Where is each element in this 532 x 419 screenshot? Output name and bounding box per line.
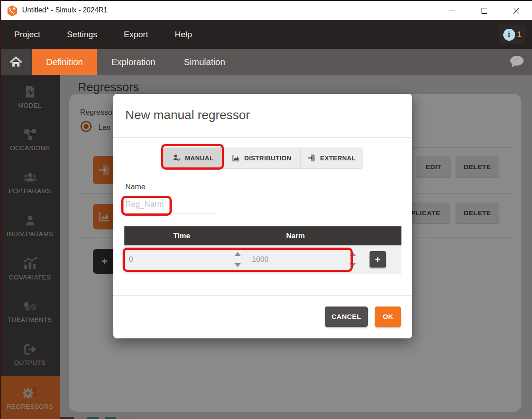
menu-export[interactable]: Export [124, 30, 148, 39]
tab-external[interactable]: EXTERNAL [301, 147, 363, 168]
step-down-icon [350, 263, 356, 267]
chat-bubble-icon [508, 54, 525, 70]
manual-person-icon [173, 154, 181, 162]
titlebar: Untitled* - Simulx - 2024R1 [0, 0, 532, 20]
regressor-values-table: Time Narm + [124, 226, 401, 274]
add-row-button[interactable]: + [370, 251, 386, 268]
narm-value-input[interactable] [252, 252, 347, 268]
close-icon [513, 8, 520, 14]
dialog-title: New manual regressor [125, 108, 250, 122]
dialog-footer-divider [113, 295, 412, 296]
feedback-chat-button[interactable] [508, 54, 525, 71]
name-field-label: Name [125, 182, 145, 191]
simulx-logo-icon [6, 5, 18, 17]
cancel-button[interactable]: CANCEL [325, 306, 368, 327]
regressor-name-input[interactable] [125, 196, 217, 213]
menubar: Project Settings Export Help i 1 [0, 20, 532, 49]
step-up-icon [350, 252, 356, 256]
home-button[interactable] [0, 49, 32, 75]
tab-definition[interactable]: Definition [32, 49, 97, 75]
section-tabbar: Definition Exploration Simulation [0, 49, 532, 75]
tab-label: EXTERNAL [320, 155, 356, 162]
menu-project[interactable]: Project [14, 30, 40, 39]
close-button[interactable] [500, 1, 532, 21]
external-file-icon [308, 154, 316, 162]
window-title: Untitled* - Simulx - 2024R1 [22, 6, 108, 14]
minimize-icon [449, 11, 455, 11]
tab-exploration[interactable]: Exploration [97, 49, 170, 75]
app-body: MODEL OCCASIONS POP.PARAMS [0, 75, 532, 419]
home-icon [10, 56, 22, 68]
column-header-actions [352, 226, 401, 245]
menu-settings[interactable]: Settings [67, 30, 97, 39]
time-value-input[interactable] [129, 252, 224, 268]
notification-count: 1 [517, 30, 521, 39]
ok-button[interactable]: OK [375, 306, 401, 327]
menu-help[interactable]: Help [175, 30, 192, 39]
tab-label: MANUAL [185, 155, 214, 162]
regressor-type-tabs: MANUAL DISTRIBUTION EXTERNAL [163, 147, 363, 168]
distribution-chart-icon [232, 154, 240, 162]
table-header-row: Time Narm [124, 226, 401, 245]
maximize-icon [482, 8, 487, 14]
info-icon: i [503, 29, 515, 41]
step-down-icon [235, 263, 241, 267]
maximize-button[interactable] [468, 1, 500, 21]
tab-distribution[interactable]: DISTRIBUTION [223, 147, 301, 168]
time-stepper[interactable] [234, 252, 241, 267]
narm-stepper[interactable] [349, 252, 356, 267]
minimize-button[interactable] [436, 1, 468, 21]
notifications-badge[interactable]: i 1 [499, 25, 526, 44]
column-header-narm: Narm [239, 226, 352, 245]
new-regressor-dialog: New manual regressor MANUAL DISTRIBUTION [113, 94, 412, 338]
window-frame-edge [0, 0, 1, 419]
dialog-header-divider [113, 137, 412, 138]
table-row: + [124, 245, 401, 274]
tab-simulation[interactable]: Simulation [170, 49, 239, 75]
tab-manual[interactable]: MANUAL [163, 147, 223, 168]
column-header-time: Time [124, 226, 239, 245]
step-up-icon [235, 252, 241, 256]
tab-label: DISTRIBUTION [244, 155, 292, 162]
